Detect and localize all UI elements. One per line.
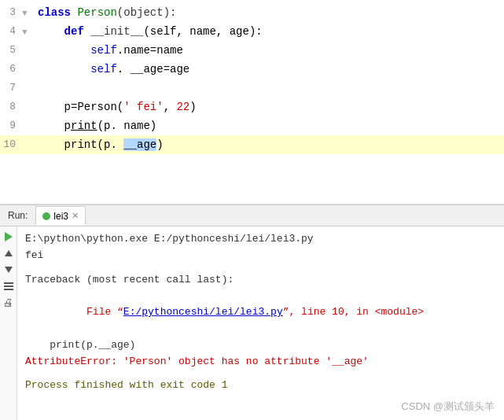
- output-line-2: fei: [25, 248, 496, 264]
- run-sidebar: 🖨: [0, 227, 17, 420]
- code-lines: 3 ▼ class Person(object): 4 ▼ def __init…: [0, 0, 504, 157]
- line-content-5: self.name=name: [38, 41, 504, 60]
- print-button[interactable]: 🖨: [2, 296, 16, 310]
- scroll-down-button[interactable]: [2, 263, 16, 277]
- run-label: Run:: [3, 208, 32, 223]
- line-number-7: 7: [0, 79, 22, 98]
- code-line-5: 5 self.name=name: [0, 41, 504, 60]
- code-line-6: 6 self. __age=age: [0, 60, 504, 79]
- line-content-10: print(p. __age): [38, 135, 504, 154]
- line-number-9: 9: [0, 116, 22, 135]
- run-tab-lei3[interactable]: lei3 ✕: [35, 206, 86, 225]
- play-button[interactable]: [2, 230, 16, 244]
- run-output: E:\python\python.exe E:/pythonceshi/lei/…: [17, 227, 504, 420]
- run-panel: Run: lei3 ✕ 🖨: [0, 204, 504, 420]
- output-spacer-1: [25, 264, 496, 272]
- code-line-3: 3 ▼ class Person(object):: [0, 3, 504, 22]
- fold-marker-3[interactable]: ▼: [22, 9, 28, 18]
- line-number-8: 8: [0, 98, 22, 116]
- play-icon: [5, 232, 13, 241]
- tab-icon: [42, 212, 50, 220]
- output-line-7: Process finished with exit code 1: [25, 378, 496, 394]
- code-line-8: 8 p=Person(' fei', 22): [0, 98, 504, 116]
- line-content-3: class Person(object):: [38, 3, 504, 22]
- output-line-4: File “E:/pythonceshi/lei/lei3.py”, line …: [25, 288, 496, 337]
- line-number-6: 6: [0, 60, 22, 79]
- gutter-4: ▼: [22, 22, 38, 42]
- output-line-1: E:\python\python.exe E:/pythonceshi/lei/…: [25, 231, 496, 248]
- code-line-7: 7: [0, 79, 504, 98]
- output-line-3: Traceback (most recent call last):: [25, 272, 496, 289]
- line-number-3: 3: [0, 3, 22, 22]
- highlight-word-age: __age: [123, 138, 156, 151]
- output-spacer-2: [25, 370, 496, 378]
- gutter-3: ▼: [22, 3, 38, 23]
- line-content-6: self. __age=age: [38, 60, 504, 79]
- line-number-4: 4: [0, 22, 22, 41]
- run-body: 🖨 E:\python\python.exe E:/pythonceshi/le…: [0, 227, 504, 420]
- line-number-5: 5: [0, 41, 22, 60]
- line-number-10: 10: [0, 135, 22, 154]
- error-file-link[interactable]: E:/pythonceshi/lei/lei3.py: [123, 306, 283, 318]
- code-line-10: 10 print(p. __age): [0, 135, 504, 154]
- fold-marker-4[interactable]: ▼: [22, 28, 28, 37]
- arrow-down-icon: [5, 267, 13, 273]
- code-line-9: 9 print(p. name): [0, 116, 504, 135]
- line-content-8: p=Person(' fei', 22): [38, 98, 504, 116]
- line-content-9: print(p. name): [38, 116, 504, 135]
- menu-button[interactable]: [2, 279, 16, 293]
- output-line-5: print(p.__age): [25, 337, 496, 354]
- scroll-up-button[interactable]: [2, 246, 16, 260]
- watermark: CSDN @测试颁头羊: [401, 399, 495, 415]
- code-line-4: 4 ▼ def __init__(self, name, age):: [0, 22, 504, 41]
- code-editor: 3 ▼ class Person(object): 4 ▼ def __init…: [0, 0, 504, 204]
- tab-close-button[interactable]: ✕: [72, 211, 79, 221]
- output-line-6: AttributeError: 'Person' object has no a…: [25, 354, 496, 370]
- run-tab-bar: Run: lei3 ✕: [0, 204, 504, 227]
- line-content-7: [38, 79, 504, 98]
- menu-icon: [4, 282, 13, 290]
- line-content-4: def __init__(self, name, age):: [38, 22, 504, 41]
- arrow-up-icon: [5, 250, 13, 256]
- run-tab-name: lei3: [53, 211, 68, 222]
